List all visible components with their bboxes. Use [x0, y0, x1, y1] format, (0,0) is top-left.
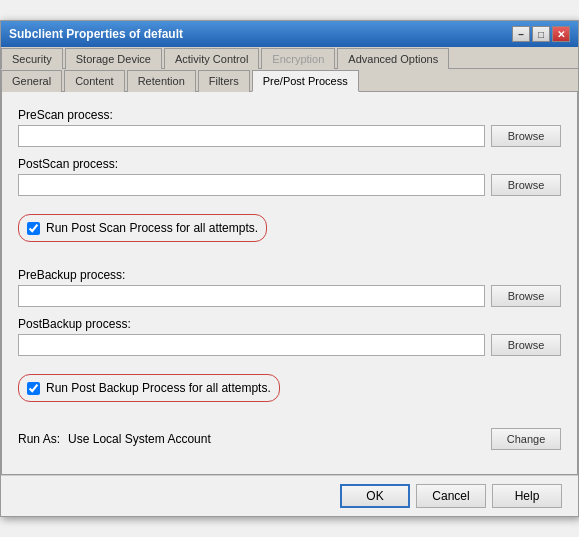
minimize-button[interactable]: – [512, 26, 530, 42]
tab-general[interactable]: General [1, 70, 62, 92]
prescan-input-row: Browse [18, 125, 561, 147]
run-post-backup-checkbox[interactable] [27, 382, 40, 395]
run-post-backup-row: Run Post Backup Process for all attempts… [18, 366, 561, 414]
postscan-input[interactable] [18, 174, 485, 196]
run-as-value: Use Local System Account [68, 432, 211, 446]
ok-button[interactable]: OK [340, 484, 410, 508]
tab-advanced-options[interactable]: Advanced Options [337, 48, 449, 69]
close-button[interactable]: ✕ [552, 26, 570, 42]
tab-encryption: Encryption [261, 48, 335, 69]
prescan-label: PreScan process: [18, 108, 561, 122]
change-button[interactable]: Change [491, 428, 561, 450]
postbackup-input[interactable] [18, 334, 485, 356]
run-as-left: Run As: Use Local System Account [18, 432, 211, 446]
run-post-scan-label[interactable]: Run Post Scan Process for all attempts. [46, 221, 258, 235]
tab-activity-control[interactable]: Activity Control [164, 48, 259, 69]
run-post-backup-label[interactable]: Run Post Backup Process for all attempts… [46, 381, 271, 395]
postbackup-group: PostBackup process: Browse [18, 317, 561, 356]
run-post-backup-checkbox-container: Run Post Backup Process for all attempts… [18, 374, 280, 402]
tab-pre-post-process[interactable]: Pre/Post Process [252, 70, 359, 92]
run-as-row: Run As: Use Local System Account Change [18, 428, 561, 450]
prebackup-browse-button[interactable]: Browse [491, 285, 561, 307]
prescan-browse-button[interactable]: Browse [491, 125, 561, 147]
title-bar-buttons: – □ ✕ [512, 26, 570, 42]
tab-row-2: General Content Retention Filters Pre/Po… [1, 69, 578, 92]
title-bar: Subclient Properties of default – □ ✕ [1, 21, 578, 47]
help-button[interactable]: Help [492, 484, 562, 508]
tab-security[interactable]: Security [1, 48, 63, 69]
postbackup-browse-button[interactable]: Browse [491, 334, 561, 356]
postscan-browse-button[interactable]: Browse [491, 174, 561, 196]
tab-filters[interactable]: Filters [198, 70, 250, 92]
postscan-label: PostScan process: [18, 157, 561, 171]
prescan-group: PreScan process: Browse [18, 108, 561, 147]
tab-content[interactable]: Content [64, 70, 125, 92]
postscan-group: PostScan process: Browse [18, 157, 561, 196]
run-as-label: Run As: [18, 432, 60, 446]
main-content: PreScan process: Browse PostScan process… [1, 92, 578, 475]
postbackup-label: PostBackup process: [18, 317, 561, 331]
run-post-scan-checkbox[interactable] [27, 222, 40, 235]
run-post-scan-row: Run Post Scan Process for all attempts. [18, 206, 561, 254]
main-window: Subclient Properties of default – □ ✕ Se… [0, 20, 579, 517]
tab-row-1: Security Storage Device Activity Control… [1, 47, 578, 69]
prebackup-input[interactable] [18, 285, 485, 307]
prebackup-group: PreBackup process: Browse [18, 268, 561, 307]
prebackup-label: PreBackup process: [18, 268, 561, 282]
cancel-button[interactable]: Cancel [416, 484, 486, 508]
bottom-buttons: OK Cancel Help [1, 475, 578, 516]
run-post-scan-checkbox-container: Run Post Scan Process for all attempts. [18, 214, 267, 242]
prescan-input[interactable] [18, 125, 485, 147]
tab-retention[interactable]: Retention [127, 70, 196, 92]
maximize-button[interactable]: □ [532, 26, 550, 42]
postbackup-input-row: Browse [18, 334, 561, 356]
prebackup-input-row: Browse [18, 285, 561, 307]
window-title: Subclient Properties of default [9, 27, 183, 41]
postscan-input-row: Browse [18, 174, 561, 196]
tab-storage-device[interactable]: Storage Device [65, 48, 162, 69]
